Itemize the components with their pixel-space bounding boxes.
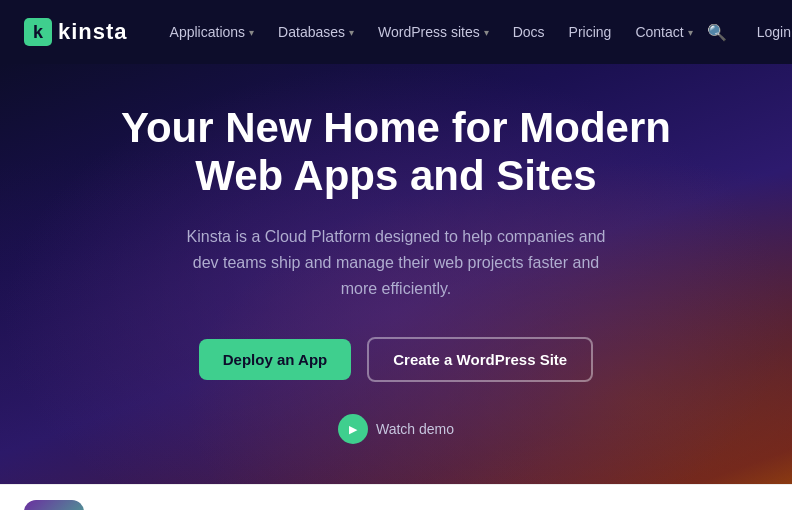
chevron-down-icon: ▾ [349,27,354,38]
search-icon[interactable]: 🔍 [703,19,731,46]
nav-item-databases[interactable]: Databases ▾ [268,16,364,48]
hero-section: Your New Home for Modern Web Apps and Si… [0,64,792,484]
chevron-down-icon: ▾ [249,27,254,38]
footer-info: K Kinsta The First Host To Utilize Googl… [0,484,792,510]
watch-demo-label: Watch demo [376,421,454,437]
nav-item-contact[interactable]: Contact ▾ [625,16,702,48]
nav-actions: 🔍 Login Sign Up [703,16,792,48]
deploy-app-button[interactable]: Deploy an App [199,339,351,380]
create-wordpress-button[interactable]: Create a WordPress Site [367,337,593,382]
chevron-down-icon: ▾ [484,27,489,38]
navbar: k kinsta Applications ▾ Databases ▾ Word… [0,0,792,64]
nav-item-pricing[interactable]: Pricing [559,16,622,48]
hero-subtitle: Kinsta is a Cloud Platform designed to h… [186,224,606,301]
chevron-down-icon: ▾ [688,27,693,38]
nav-links: Applications ▾ Databases ▾ WordPress sit… [160,16,703,48]
nav-item-applications[interactable]: Applications ▾ [160,16,265,48]
logo[interactable]: k kinsta [24,18,128,46]
nav-item-docs[interactable]: Docs [503,16,555,48]
logo-text: kinsta [58,19,128,45]
logo-k-badge: k [24,18,52,46]
watch-demo-link[interactable]: ▶ Watch demo [338,414,454,444]
hero-buttons: Deploy an App Create a WordPress Site [199,337,593,382]
login-button[interactable]: Login [747,18,792,46]
footer-logo-icon: K [24,500,84,511]
hero-title: Your New Home for Modern Web Apps and Si… [106,104,686,201]
play-icon: ▶ [338,414,368,444]
footer-logo: K Kinsta The First Host To Utilize Googl… [24,500,390,511]
nav-item-wordpress[interactable]: WordPress sites ▾ [368,16,499,48]
